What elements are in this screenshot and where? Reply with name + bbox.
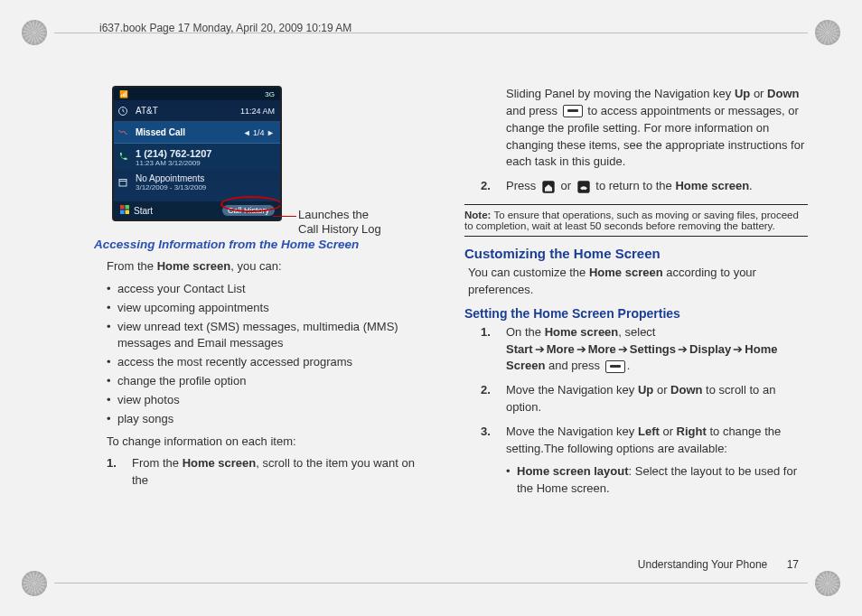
list-item: change the profile option <box>107 373 434 390</box>
frame-meta: i637.book Page 17 Monday, April 20, 2009… <box>99 22 351 34</box>
heading-customizing: Customizing the Home Screen <box>464 246 808 261</box>
phone-appt-range: 3/12/2009 - 3/13/2009 <box>136 183 276 191</box>
calendar-icon <box>114 177 132 188</box>
list-item: access the most recently accessed progra… <box>107 354 434 371</box>
page-footer: Understanding Your Phone 17 <box>638 558 799 571</box>
clock-icon <box>114 106 132 117</box>
prop-step-2: 2. Move the Navigation key Up or Down to… <box>481 382 808 416</box>
windows-flag-icon <box>119 204 130 217</box>
binder-ornament-bl <box>22 571 47 596</box>
callout-ellipse <box>220 196 282 212</box>
binder-ornament-tl <box>22 20 47 45</box>
phone-signal-icon: 📶 <box>119 90 128 98</box>
phone-3g-label: 3G <box>265 90 275 98</box>
phone-screenshot: 📶 3G AT&T 11:24 AM Missed Call ◄ 1/4 ► 1… <box>112 86 282 221</box>
home-key-icon <box>541 180 556 194</box>
phone-clock: 11:24 AM <box>240 107 280 116</box>
svg-rect-2 <box>120 205 125 210</box>
phone-call-number: 1 (214) 762-1207 <box>136 148 276 159</box>
ok-key-icon <box>563 105 583 117</box>
list-item: view photos <box>107 392 434 409</box>
phone-appt-label: No Appointments <box>136 173 276 183</box>
end-key-icon <box>576 180 591 194</box>
intro-paragraph: From the Home screen, you can: <box>107 258 434 275</box>
note-box: Note: To ensure that operations, such as… <box>464 204 808 237</box>
feature-list: access your Contact List view upcoming a… <box>107 281 434 428</box>
heading-accessing-info: Accessing Information from the Home Scre… <box>94 238 434 251</box>
prop-step-3: 3. Move the Navigation key Left or Right… <box>481 424 808 497</box>
phone-call-time: 11:23 AM 3/12/2009 <box>136 159 276 167</box>
step-2-right: 2. Press or to return to the Home screen… <box>481 178 808 195</box>
list-item: play songs <box>107 411 434 428</box>
svg-rect-4 <box>120 210 125 215</box>
list-item: view upcoming appointments <box>107 300 434 317</box>
change-info-line: To change information on each item: <box>107 434 434 451</box>
continuation-paragraph: Sliding Panel by moving the Navigation k… <box>506 86 808 171</box>
binder-ornament-tr <box>815 20 840 45</box>
list-item: access your Contact List <box>107 281 434 298</box>
svg-rect-1 <box>119 180 126 187</box>
ok-key-icon <box>605 360 625 373</box>
svg-rect-5 <box>126 210 130 215</box>
phone-softkey-left: Start <box>134 206 153 216</box>
svg-rect-3 <box>126 205 130 210</box>
step-1-left: 1. From the Home screen, scroll to the i… <box>107 455 434 490</box>
footer-page-number: 17 <box>787 558 799 571</box>
phone-missed-count: ◄ 1/4 ► <box>243 128 280 137</box>
list-item: view unread text (SMS) messages, multime… <box>107 319 434 353</box>
footer-section: Understanding Your Phone <box>638 558 767 571</box>
heading-setting-props: Setting the Home Screen Properties <box>464 306 808 321</box>
phone-missed-label: Missed Call <box>132 127 243 137</box>
phone-carrier: AT&T <box>132 106 240 116</box>
missed-call-icon <box>114 127 132 138</box>
bottom-rule <box>54 583 808 583</box>
customize-paragraph: You can customize the Home screen accord… <box>468 265 808 299</box>
prop-step-1: 1. On the Home screen, select Start➔More… <box>481 324 808 376</box>
binder-ornament-br <box>815 571 840 596</box>
phone-handset-icon <box>114 152 132 163</box>
callout-leader-line <box>273 216 296 217</box>
sub-bullet: Home screen layout: Select the layout to… <box>506 463 808 498</box>
callout-text: Launches the Call History Log <box>298 208 381 238</box>
